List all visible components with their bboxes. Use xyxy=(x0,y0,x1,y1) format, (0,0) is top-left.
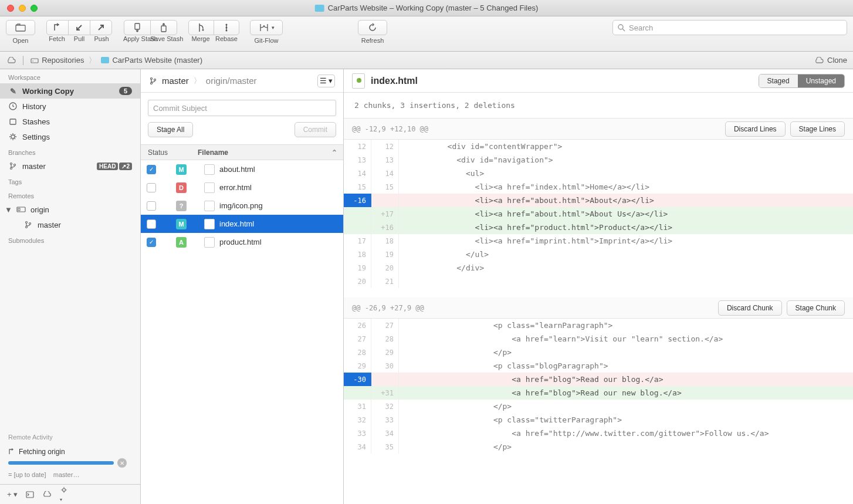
apply-stash-button[interactable] xyxy=(124,20,151,35)
svg-point-24 xyxy=(151,82,153,84)
merge-button[interactable] xyxy=(188,20,214,35)
close-window-button[interactable] xyxy=(7,5,14,12)
sidebar-item-settings[interactable]: Settings xyxy=(0,129,140,144)
cancel-fetch-button[interactable]: ✕ xyxy=(117,458,127,468)
sidebar-item-remote-master[interactable]: master xyxy=(0,217,140,232)
svg-point-9 xyxy=(32,60,33,62)
unstaged-tab[interactable]: Unstaged xyxy=(798,75,844,87)
svg-point-12 xyxy=(11,135,15,138)
diff-line[interactable]: 1819 </ul> xyxy=(344,248,853,261)
sidebar-item-stashes[interactable]: Stashes xyxy=(0,114,140,129)
stage-checkbox[interactable] xyxy=(147,238,156,247)
diff-line[interactable]: 2021 xyxy=(344,275,853,288)
discard-chunk-button[interactable]: Discard Chunk xyxy=(718,300,782,316)
diff-line[interactable]: +16 <li><a href="product.html">Product</… xyxy=(344,221,853,234)
add-menu-button[interactable]: + ▾ xyxy=(7,490,18,499)
fetch-arrow-icon xyxy=(8,448,15,455)
file-row[interactable]: ? img/icon.png xyxy=(141,197,343,215)
ahead-badge: ↗2 xyxy=(119,163,132,170)
diff-line[interactable]: 2930 <p class="blogParagraph"> xyxy=(344,359,853,373)
sidebar-item-history[interactable]: History xyxy=(0,99,140,114)
pull-button[interactable] xyxy=(68,20,90,35)
gear-menu-button[interactable]: ▾ xyxy=(60,486,68,503)
stage-chunk-button[interactable]: Stage Chunk xyxy=(787,300,845,316)
diff-line[interactable]: -16 <li><a href="about.html">About</a></… xyxy=(344,194,853,207)
discard-lines-button[interactable]: Discard Lines xyxy=(725,121,786,137)
diff-line[interactable]: 1920 </div> xyxy=(344,261,853,275)
refresh-icon xyxy=(368,23,377,32)
diff-line[interactable]: 3334 <a href="http://www.twitter.com/git… xyxy=(344,427,853,440)
diff-line[interactable]: 1212 <div id="contentWrapper"> xyxy=(344,140,853,153)
branch-menu-button[interactable]: ☰ ▾ xyxy=(317,75,335,87)
sidebar-section-workspace: Workspace xyxy=(0,69,140,83)
minimize-window-button[interactable] xyxy=(19,5,26,12)
staged-tab[interactable]: Staged xyxy=(759,75,798,87)
disclosure-triangle-icon[interactable]: ▼ xyxy=(5,205,12,214)
diff-line[interactable]: 1718 <li><a href="imprint.html">Imprint<… xyxy=(344,234,853,248)
sidebar-item-working-copy[interactable]: ✎ Working Copy 5 xyxy=(0,83,140,99)
stage-lines-button[interactable]: Stage Lines xyxy=(790,121,845,137)
stage-checkbox[interactable] xyxy=(147,201,156,211)
merge-icon xyxy=(197,23,205,32)
diff-line[interactable]: 1414 <ul> xyxy=(344,167,853,180)
status-badge: M xyxy=(176,164,187,175)
push-button[interactable] xyxy=(90,20,112,35)
svg-rect-11 xyxy=(10,119,16,124)
cloud-button[interactable] xyxy=(42,491,52,498)
file-row[interactable]: M index.html xyxy=(141,215,343,233)
diff-line[interactable]: 3132 </p> xyxy=(344,400,853,413)
svg-rect-8 xyxy=(31,59,38,63)
sidebar-section-submodules: Submodules xyxy=(0,232,140,246)
stage-checkbox[interactable] xyxy=(147,165,156,174)
gitflow-button[interactable]: ▾ Git-Flow xyxy=(250,20,283,44)
terminal-button[interactable] xyxy=(26,491,34,498)
diff-hunk-body[interactable]: 1212 <div id="contentWrapper">1313 <div … xyxy=(344,140,853,288)
stage-checkbox[interactable] xyxy=(147,219,156,229)
diff-panel: index.html Staged Unstaged 2 chunks, 3 i… xyxy=(344,69,853,504)
path-current-repo[interactable]: CarParts Website (master) xyxy=(101,56,202,65)
sidebar-item-origin[interactable]: ▼ origin xyxy=(0,202,140,217)
folder-icon xyxy=(315,5,324,12)
hunk-header: @@ -12,9 +12,10 @@ Discard Lines Stage L… xyxy=(344,119,853,140)
stage-checkbox[interactable] xyxy=(147,183,156,192)
path-repositories[interactable]: Repositories xyxy=(31,56,84,65)
diff-line[interactable]: 2627 <p class="learnParagraph"> xyxy=(344,319,853,332)
diff-line[interactable]: 1515 <li><a href="index.html">Home</a></… xyxy=(344,180,853,194)
diff-hunk-body[interactable]: 2627 <p class="learnParagraph">2728 <a h… xyxy=(344,319,853,454)
toolbar: Open Fetch Pull Push xyxy=(0,16,853,52)
changed-count-badge: 5 xyxy=(119,87,132,95)
open-button[interactable]: Open xyxy=(6,20,35,44)
save-stash-button[interactable] xyxy=(150,20,177,35)
stage-all-button[interactable]: Stage All xyxy=(148,122,193,137)
fetch-icon xyxy=(53,23,62,32)
sidebar-bottom-bar: + ▾ ▾ xyxy=(0,484,140,504)
hunk-header: @@ -26,9 +27,9 @@ Discard Chunk Stage Ch… xyxy=(344,297,853,319)
zoom-window-button[interactable] xyxy=(31,5,38,12)
search-input[interactable]: Search xyxy=(612,20,847,35)
diff-line[interactable]: 2829 </p> xyxy=(344,346,853,359)
sidebar-item-branch-master[interactable]: master HEAD ↗2 xyxy=(0,158,140,174)
fetch-button[interactable] xyxy=(46,20,69,35)
commit-button[interactable]: Commit xyxy=(295,122,336,137)
status-badge: M xyxy=(176,219,187,229)
diff-line[interactable]: +31 <a href="blog">Read our new blog.</a… xyxy=(344,386,853,400)
apply-stash-icon xyxy=(133,23,141,32)
window-titlebar: CarParts Website – Working Copy (master … xyxy=(0,0,853,16)
staged-unstaged-toggle[interactable]: Staged Unstaged xyxy=(759,74,845,88)
diff-line[interactable]: 3233 <p class="twitterParagraph"> xyxy=(344,413,853,427)
diff-line[interactable]: 2728 <a href="learn">Visit our "learn" s… xyxy=(344,332,853,346)
folder-icon xyxy=(101,57,109,63)
diff-line[interactable]: 3435 </p> xyxy=(344,440,853,454)
diff-line[interactable]: +17 <li><a href="about.html">About Us</a… xyxy=(344,207,853,221)
diff-line[interactable]: -30 <a href="blog">Read our blog.</a> xyxy=(344,373,853,386)
clone-button[interactable]: Clone xyxy=(814,56,847,65)
file-row[interactable]: D error.html xyxy=(141,178,343,197)
refresh-button[interactable]: Refresh xyxy=(358,20,387,44)
commit-subject-input[interactable]: Commit Subject xyxy=(148,100,336,116)
rebase-button[interactable] xyxy=(214,20,239,35)
drive-icon xyxy=(31,57,39,64)
file-icon xyxy=(204,237,215,248)
diff-line[interactable]: 1313 <div id="navigation"> xyxy=(344,153,853,167)
file-row[interactable]: M about.html xyxy=(141,160,343,178)
file-row[interactable]: A product.html xyxy=(141,233,343,251)
